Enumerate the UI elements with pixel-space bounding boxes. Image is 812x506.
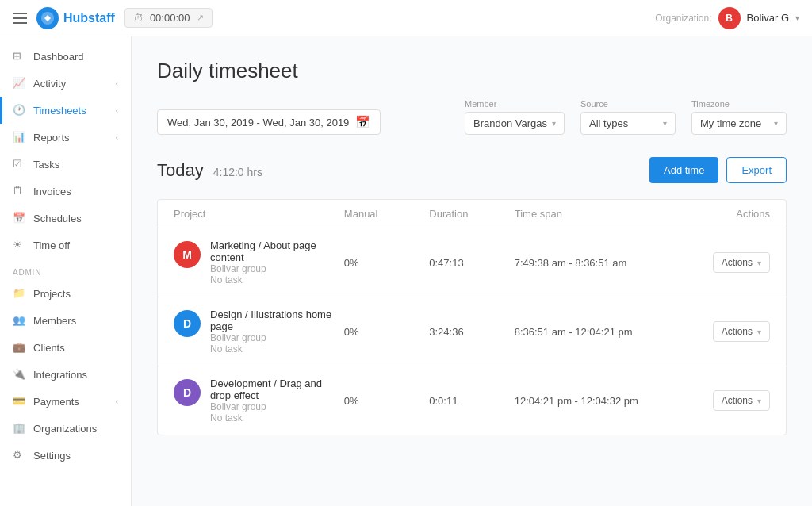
- project-info-1: Design / Illustrations home page Bolivar…: [210, 309, 344, 355]
- org-label: Organization:: [655, 13, 711, 24]
- today-actions: Add time Export: [649, 157, 787, 183]
- sidebar-item-organizations[interactable]: 🏢 Organizations: [0, 415, 131, 442]
- project-task-0: No task: [210, 274, 344, 286]
- sidebar-label-invoices: Invoices: [33, 186, 71, 197]
- expand-icon: ↗: [197, 13, 204, 23]
- today-label: Today: [157, 160, 204, 181]
- timezone-select[interactable]: My time zone ▾: [691, 112, 787, 135]
- activity-chevron: ‹: [116, 79, 118, 88]
- sidebar-label-settings: Settings: [33, 450, 71, 462]
- schedules-icon: 📅: [13, 212, 25, 224]
- integrations-icon: 🔌: [13, 368, 25, 381]
- sidebar-item-dashboard[interactable]: ⊞ Dashboard: [0, 43, 131, 70]
- duration-2: 0:0:11: [429, 395, 514, 407]
- topbar-right: Organization: B Bolivar G ▾: [655, 7, 799, 29]
- sidebar-label-timeoff: Time off: [33, 240, 70, 251]
- actions-chevron-0: ▾: [757, 259, 761, 267]
- today-row: Today 4:12:0 hrs Add time Export: [157, 157, 787, 183]
- source-chevron: ▾: [663, 119, 667, 128]
- sidebar-item-projects[interactable]: 📁 Projects: [0, 280, 131, 307]
- sidebar-label-integrations: Integrations: [33, 369, 87, 381]
- sidebar-label-reports: Reports: [33, 132, 70, 144]
- add-time-button[interactable]: Add time: [649, 157, 718, 183]
- sidebar-item-tasks[interactable]: ☑ Tasks: [0, 151, 131, 178]
- col-duration: Duration: [429, 208, 514, 220]
- actions-cell-2: Actions ▾: [685, 390, 770, 411]
- member-select[interactable]: Brandon Vargas ▾: [465, 112, 565, 135]
- sidebar-label-members: Members: [33, 315, 76, 327]
- timespan-0: 7:49:38 am - 8:36:51 am: [515, 257, 685, 269]
- timespan-1: 8:36:51 am - 12:04:21 pm: [515, 326, 685, 338]
- project-name-2: Development / Drag and drop effect: [210, 378, 344, 401]
- logo-text: Hubstaff: [63, 11, 115, 25]
- reports-icon: 📊: [13, 131, 25, 144]
- project-info-2: Development / Drag and drop effect Boliv…: [210, 378, 344, 424]
- sidebar-item-timeoff[interactable]: ☀ Time off: [0, 232, 131, 259]
- filters-row: Wed, Jan 30, 2019 - Wed, Jan 30, 2019 📅 …: [157, 99, 787, 135]
- col-timespan: Time span: [515, 208, 685, 220]
- sidebar-item-payments[interactable]: 💳 Payments ‹: [0, 388, 131, 415]
- actions-button-1[interactable]: Actions ▾: [713, 321, 770, 342]
- avatar-0: M: [174, 241, 201, 268]
- organizations-icon: 🏢: [13, 422, 25, 435]
- project-name-0: Marketing / About page content: [210, 240, 344, 263]
- user-name: Bolivar G: [747, 12, 789, 24]
- dashboard-icon: ⊞: [13, 50, 25, 63]
- timesheets-chevron: ‹: [116, 106, 118, 115]
- timer-widget[interactable]: ⏱ 00:00:00 ↗: [124, 8, 213, 28]
- timesheet-table: Project Manual Duration Time span Action…: [157, 199, 787, 435]
- project-cell-0: M Marketing / About page content Bolivar…: [174, 240, 344, 286]
- date-range-value: Wed, Jan 30, 2019 - Wed, Jan 30, 2019: [167, 117, 349, 128]
- date-picker[interactable]: Wed, Jan 30, 2019 - Wed, Jan 30, 2019 📅: [157, 109, 381, 135]
- source-select[interactable]: All types ▾: [580, 112, 676, 135]
- actions-button-0[interactable]: Actions ▾: [713, 252, 770, 273]
- members-icon: 👥: [13, 314, 25, 327]
- hamburger-menu[interactable]: [13, 13, 27, 24]
- sidebar-item-integrations[interactable]: 🔌 Integrations: [0, 361, 131, 388]
- topbar-left: Hubstaff ⏱ 00:00:00 ↗: [13, 7, 213, 29]
- timesheets-icon: 🕐: [13, 104, 25, 117]
- project-group-1: Bolivar group: [210, 332, 344, 343]
- today-info: Today 4:12:0 hrs: [157, 160, 262, 181]
- logo-icon: [36, 7, 59, 29]
- source-label: Source: [580, 99, 676, 109]
- page-title: Daily timesheet: [157, 59, 787, 83]
- sidebar: ⊞ Dashboard 📈 Activity ‹ 🕐 Timesheets ‹ …: [0, 36, 132, 506]
- sidebar-item-members[interactable]: 👥 Members: [0, 307, 131, 334]
- timezone-value: My time zone: [700, 117, 761, 129]
- sidebar-item-invoices[interactable]: 🗒 Invoices: [0, 178, 131, 205]
- project-task-2: No task: [210, 412, 344, 424]
- member-filter-group: Member Brandon Vargas ▾: [465, 99, 565, 135]
- table-row: D Development / Drag and drop effect Bol…: [158, 366, 786, 435]
- sidebar-item-clients[interactable]: 💼 Clients: [0, 334, 131, 361]
- calendar-icon: 📅: [355, 115, 370, 129]
- topbar: Hubstaff ⏱ 00:00:00 ↗ Organization: B Bo…: [0, 0, 812, 36]
- actions-cell-0: Actions ▾: [685, 252, 770, 273]
- projects-icon: 📁: [13, 287, 25, 300]
- logo: Hubstaff: [36, 7, 115, 29]
- avatar-2: D: [174, 379, 201, 406]
- sidebar-item-reports[interactable]: 📊 Reports ‹: [0, 124, 131, 151]
- duration-0: 0:47:13: [429, 257, 514, 269]
- user-avatar: B: [718, 7, 741, 29]
- sidebar-label-projects: Projects: [33, 288, 71, 300]
- sidebar-label-activity: Activity: [33, 78, 66, 90]
- sidebar-label-payments: Payments: [33, 396, 79, 408]
- col-project: Project: [174, 208, 344, 220]
- duration-1: 3:24:36: [429, 326, 514, 338]
- sidebar-label-timesheets: Timesheets: [33, 105, 86, 117]
- timezone-label: Timezone: [691, 99, 787, 109]
- export-button[interactable]: Export: [726, 157, 787, 183]
- manual-1: 0%: [344, 326, 429, 338]
- sidebar-label-clients: Clients: [33, 342, 65, 354]
- actions-cell-1: Actions ▾: [685, 321, 770, 342]
- sidebar-item-schedules[interactable]: 📅 Schedules: [0, 205, 131, 232]
- clients-icon: 💼: [13, 341, 25, 354]
- sidebar-item-timesheets[interactable]: 🕐 Timesheets ‹: [0, 97, 131, 124]
- sidebar-item-settings[interactable]: ⚙ Settings: [0, 442, 131, 469]
- actions-button-2[interactable]: Actions ▾: [713, 390, 770, 411]
- main-content: Daily timesheet Wed, Jan 30, 2019 - Wed,…: [132, 36, 812, 506]
- sidebar-item-activity[interactable]: 📈 Activity ‹: [0, 70, 131, 97]
- activity-icon: 📈: [13, 77, 25, 90]
- user-menu-chevron[interactable]: ▾: [795, 13, 799, 22]
